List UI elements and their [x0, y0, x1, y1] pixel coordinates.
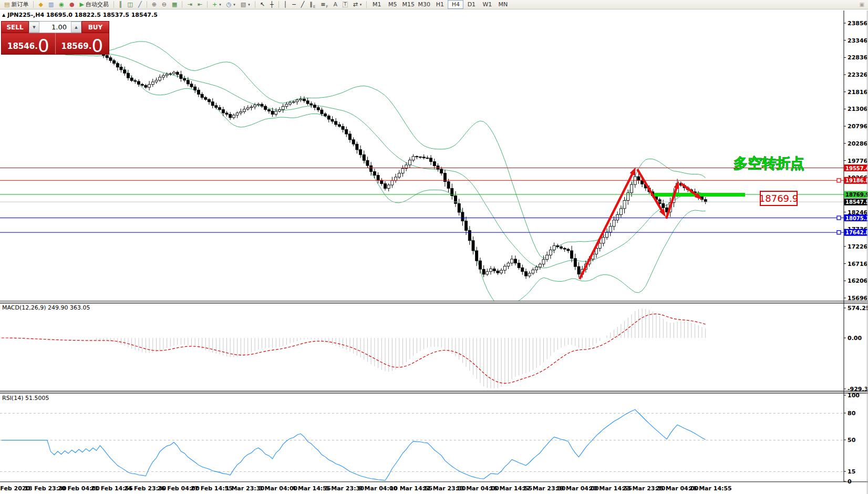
trendline-icon: ╱	[301, 2, 305, 7]
toolbar-separator	[207, 1, 208, 8]
data-window-icon[interactable]: ▥	[46, 0, 56, 9]
candle	[525, 272, 528, 276]
candle	[321, 110, 323, 114]
toolbar-separator	[366, 1, 367, 8]
trendline-icon[interactable]: ╱	[298, 0, 307, 9]
horizontal-line-objects[interactable]	[0, 168, 844, 234]
trend-arrow[interactable]	[637, 169, 663, 213]
candle	[254, 105, 256, 107]
candle	[468, 231, 471, 241]
fibonacci-icon[interactable]: ≡F	[318, 0, 330, 9]
hline-handle[interactable]	[837, 216, 841, 220]
symbol-info: ▲ JPN225-,H4 18695.0 18822.5 18537.5 185…	[2, 12, 158, 18]
volume-increase-button[interactable]: ▲	[71, 22, 81, 33]
indicators-button[interactable]: +▾	[210, 0, 224, 9]
candle	[211, 102, 214, 106]
bar-chart-icon[interactable]: ║	[116, 0, 125, 9]
text-icon: A	[334, 2, 338, 7]
candle	[472, 241, 474, 251]
periods-button[interactable]: ◷▾	[224, 0, 238, 9]
candle	[289, 102, 292, 104]
sell-price-frac: 0	[38, 38, 49, 54]
buy-price[interactable]: 18569.0	[55, 33, 109, 54]
window-restore-icon[interactable]: ▣	[860, 2, 864, 7]
cursor-icon[interactable]: ↖	[257, 0, 267, 9]
auto-scroll-icon[interactable]: ⇥	[184, 0, 194, 9]
hline-handle[interactable]	[837, 179, 841, 182]
volume-input[interactable]: 1.00	[39, 22, 71, 33]
timeframe-m15[interactable]: M15	[400, 0, 416, 9]
terminal-icon[interactable]: ●	[67, 0, 77, 9]
crosshair-icon: ┼	[270, 2, 274, 7]
timeframe-m5[interactable]: M5	[385, 0, 400, 9]
candle	[577, 266, 580, 274]
crosshair-icon[interactable]: ┼	[267, 0, 276, 9]
text-icon[interactable]: A	[331, 0, 340, 9]
y-axis-tick: 16206.0	[848, 277, 868, 284]
candle	[299, 99, 302, 100]
candle	[310, 104, 313, 105]
hline-handle[interactable]	[837, 231, 841, 234]
fibonacci-icon: ≡	[321, 2, 325, 7]
volume-decrease-button[interactable]: ▼	[29, 22, 39, 33]
arrows-icon[interactable]: ⇄▾	[350, 0, 365, 9]
timeframe-m30[interactable]: M30	[416, 0, 432, 9]
y-axis-tick: 23856.0	[848, 20, 868, 27]
timeframe-mn[interactable]: MN	[495, 0, 511, 9]
timeframe-m1[interactable]: M1	[369, 0, 385, 9]
autotrading-button[interactable]: ▶自动交易	[77, 0, 111, 9]
y-axis-tick: 15696.0	[848, 295, 868, 302]
candle	[479, 261, 481, 269]
text-label-icon[interactable]: T	[340, 0, 350, 9]
channel-icon[interactable]: ∥E	[307, 0, 318, 9]
candle	[419, 157, 422, 158]
macd-indicator	[2, 308, 706, 388]
data-window-icon: ▥	[48, 2, 54, 7]
trend-arrow[interactable]	[580, 171, 634, 279]
candle	[282, 106, 284, 109]
candle	[134, 80, 137, 81]
navigator-icon[interactable]: ◉	[56, 0, 67, 9]
new-order-button[interactable]: ▤新订单	[2, 0, 31, 9]
candle	[539, 264, 541, 267]
vertical-line-icon[interactable]: │	[281, 0, 290, 9]
candle	[345, 129, 348, 134]
time-axis[interactable]: 7 Feb 202018 Feb 23:3020 Feb 04:0021 Feb…	[0, 485, 732, 492]
arrowhead	[674, 181, 679, 189]
y-axis-tick: 23346.0	[848, 37, 868, 44]
candle	[490, 269, 492, 272]
tile-windows-icon[interactable]: ▦	[169, 0, 180, 9]
candle	[141, 84, 143, 85]
candle	[458, 203, 460, 212]
timeframe-w1[interactable]: W1	[479, 0, 495, 9]
candle	[373, 171, 376, 175]
candle	[173, 72, 175, 74]
candle	[303, 99, 305, 101]
chart-shift-icon[interactable]: ⇤	[195, 0, 205, 9]
timeframe-h1[interactable]: H1	[432, 0, 448, 9]
candle	[549, 250, 552, 255]
horizontal-line-icon[interactable]: ─	[290, 0, 298, 9]
zoom-in-icon[interactable]: ⊕	[149, 0, 159, 9]
candle	[571, 251, 573, 259]
sell-price[interactable]: 18546.0	[2, 33, 55, 54]
rsi-axis-tick: 0	[848, 478, 852, 485]
buy-button[interactable]: BUY	[81, 21, 109, 33]
zoom-out-icon[interactable]: ⊖	[159, 0, 169, 9]
chart-canvas[interactable]: 多空转折点18769.923856.023346.022836.022326.0…	[0, 0, 868, 494]
candlestick-chart-icon[interactable]: ◫	[125, 0, 136, 9]
turning-point-annotation[interactable]: 多空转折点	[733, 155, 804, 171]
line-chart-icon[interactable]: ╱	[136, 0, 144, 9]
market-watch-icon[interactable]: ◆	[36, 0, 45, 9]
autotrading-button: ▶	[80, 2, 84, 7]
timeframe-h4[interactable]: H4	[448, 0, 463, 9]
candle	[497, 271, 499, 273]
toolbar-separator	[147, 1, 147, 8]
candle	[335, 121, 337, 125]
sell-button[interactable]: SELL	[1, 21, 29, 33]
templates-button[interactable]: ▧▾	[238, 0, 253, 9]
chart-shift-icon: ⇤	[198, 2, 202, 7]
timeframe-d1[interactable]: D1	[463, 0, 479, 9]
candle	[356, 144, 358, 150]
y-axis-tick: 22326.0	[848, 71, 868, 78]
